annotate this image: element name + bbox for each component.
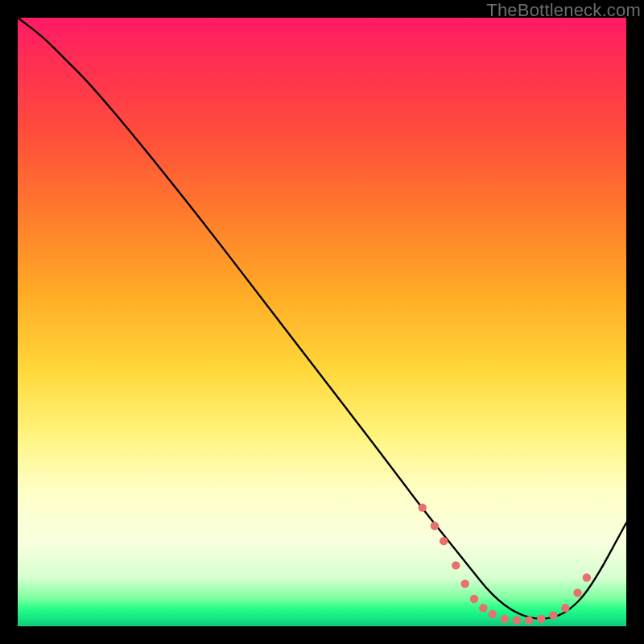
marker-dot: [470, 595, 478, 603]
marker-dot: [583, 573, 591, 581]
marker-dot: [513, 616, 521, 624]
marker-dot: [573, 588, 581, 597]
marker-dot: [488, 610, 496, 618]
marker-dot: [501, 615, 509, 623]
marker-dot: [452, 561, 460, 569]
chart-svg: [18, 18, 626, 626]
marker-dot: [561, 604, 569, 612]
marker-dot: [549, 611, 557, 619]
series-curve: [18, 18, 626, 619]
chart-stage: TheBottleneck.com: [0, 0, 644, 644]
marker-dot: [479, 604, 487, 612]
marker-dot: [440, 537, 448, 545]
marker-dot: [431, 522, 439, 530]
marker-dots: [419, 503, 592, 624]
marker-dot: [525, 616, 533, 624]
marker-dot: [537, 615, 545, 623]
marker-dot: [460, 580, 469, 588]
marker-dot: [419, 503, 427, 511]
chart-frame: [18, 18, 626, 626]
curve-line: [18, 18, 626, 619]
